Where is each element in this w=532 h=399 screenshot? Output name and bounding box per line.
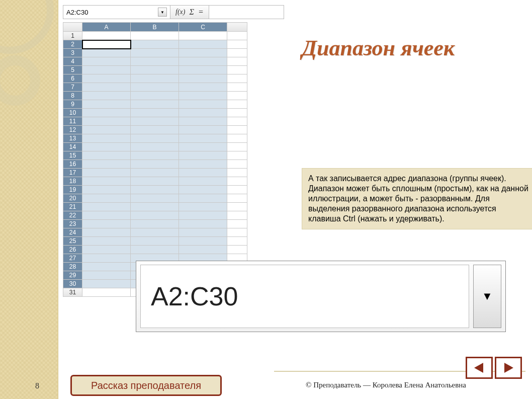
cell[interactable]: [227, 74, 247, 83]
cell[interactable]: [82, 109, 131, 117]
cell[interactable]: [227, 203, 247, 211]
cell[interactable]: [179, 32, 227, 40]
cell[interactable]: [179, 203, 227, 211]
cell[interactable]: [179, 220, 227, 228]
cell[interactable]: [131, 74, 179, 83]
cell[interactable]: [131, 117, 179, 126]
row-header[interactable]: 12: [63, 126, 82, 134]
sheet-corner[interactable]: [63, 23, 82, 32]
cell[interactable]: [227, 49, 247, 57]
cell[interactable]: [82, 151, 131, 160]
cell[interactable]: [131, 169, 179, 177]
cell[interactable]: [227, 83, 247, 92]
cell[interactable]: [82, 49, 131, 57]
cell[interactable]: [131, 220, 179, 228]
cell[interactable]: [82, 40, 131, 49]
row-header[interactable]: 23: [63, 220, 82, 228]
cell[interactable]: [179, 177, 227, 186]
cell[interactable]: [82, 134, 131, 143]
cell[interactable]: [82, 237, 131, 246]
cell[interactable]: [227, 40, 247, 49]
cell[interactable]: [227, 151, 247, 160]
cell[interactable]: [227, 66, 247, 74]
cell[interactable]: [227, 100, 247, 109]
cell[interactable]: [179, 57, 227, 66]
cell[interactable]: [179, 83, 227, 92]
row-header[interactable]: 6: [63, 74, 82, 83]
column-header[interactable]: A: [82, 23, 131, 32]
fx-icon[interactable]: f(x): [175, 8, 185, 16]
name-box-dropdown-icon[interactable]: ▼: [158, 8, 167, 17]
cell[interactable]: [82, 169, 131, 177]
row-header[interactable]: 3: [63, 49, 82, 57]
row-header[interactable]: 10: [63, 109, 82, 117]
cell[interactable]: [179, 109, 227, 117]
row-header[interactable]: 1: [63, 32, 82, 40]
cell[interactable]: [227, 237, 247, 246]
cell[interactable]: [179, 117, 227, 126]
cell[interactable]: [131, 211, 179, 220]
row-header[interactable]: 13: [63, 134, 82, 143]
row-header[interactable]: 18: [63, 177, 82, 186]
cell[interactable]: [179, 49, 227, 57]
cell[interactable]: [131, 32, 179, 40]
cell[interactable]: [227, 109, 247, 117]
cell[interactable]: [131, 203, 179, 211]
cell[interactable]: [82, 83, 131, 92]
cell[interactable]: [82, 194, 131, 203]
cell[interactable]: [227, 246, 247, 254]
cell[interactable]: [82, 288, 131, 297]
cell[interactable]: [131, 49, 179, 57]
row-header[interactable]: 22: [63, 211, 82, 220]
cell[interactable]: [179, 151, 227, 160]
cell[interactable]: [131, 151, 179, 160]
cell[interactable]: [131, 57, 179, 66]
cell[interactable]: [131, 126, 179, 134]
cell[interactable]: [82, 220, 131, 228]
cell[interactable]: [82, 160, 131, 169]
row-header[interactable]: 2: [63, 40, 82, 49]
narrative-button[interactable]: Рассказ преподавателя: [70, 375, 222, 396]
cell[interactable]: [179, 228, 227, 237]
cell[interactable]: [227, 126, 247, 134]
cell[interactable]: [131, 134, 179, 143]
row-header[interactable]: 28: [63, 263, 82, 271]
cell[interactable]: [227, 32, 247, 40]
row-header[interactable]: 9: [63, 100, 82, 109]
cell[interactable]: [227, 117, 247, 126]
cell[interactable]: [227, 211, 247, 220]
cell[interactable]: [131, 40, 179, 49]
row-header[interactable]: 31: [63, 288, 82, 297]
row-header[interactable]: 25: [63, 237, 82, 246]
cell[interactable]: [227, 194, 247, 203]
cell[interactable]: [82, 57, 131, 66]
row-header[interactable]: 7: [63, 83, 82, 92]
cell[interactable]: [82, 263, 131, 271]
cell[interactable]: [131, 143, 179, 151]
row-header[interactable]: 30: [63, 280, 82, 288]
cell[interactable]: [131, 228, 179, 237]
prev-button[interactable]: [466, 357, 493, 379]
cell[interactable]: [179, 237, 227, 246]
cell[interactable]: [82, 66, 131, 74]
row-header[interactable]: 29: [63, 271, 82, 280]
row-header[interactable]: 20: [63, 194, 82, 203]
row-header[interactable]: 21: [63, 203, 82, 211]
cell[interactable]: [179, 100, 227, 109]
row-header[interactable]: 26: [63, 246, 82, 254]
cell[interactable]: [82, 177, 131, 186]
cell[interactable]: [131, 237, 179, 246]
namebox-callout-dropdown-icon[interactable]: ▼: [473, 265, 501, 328]
cell[interactable]: [82, 271, 131, 280]
cell[interactable]: [131, 160, 179, 169]
cell[interactable]: [82, 246, 131, 254]
cell[interactable]: [227, 160, 247, 169]
spreadsheet-grid[interactable]: ABC1234567891011121314151617181920212223…: [63, 22, 247, 297]
cell[interactable]: [82, 254, 131, 263]
cell[interactable]: [179, 160, 227, 169]
column-header[interactable]: C: [179, 23, 227, 32]
row-header[interactable]: 8: [63, 92, 82, 100]
row-header[interactable]: 24: [63, 228, 82, 237]
cell[interactable]: [82, 117, 131, 126]
cell[interactable]: [179, 134, 227, 143]
